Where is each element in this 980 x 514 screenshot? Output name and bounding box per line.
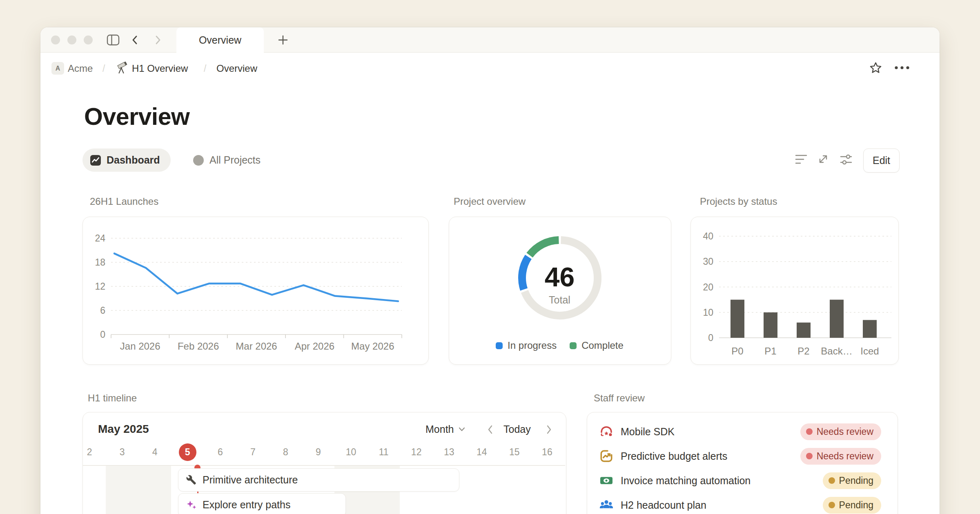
sidebar-toggle-button[interactable] bbox=[106, 33, 120, 47]
staff-row-title: Predictive budget alerts bbox=[621, 450, 800, 462]
status-dot bbox=[829, 477, 835, 484]
timeline-zoom-selector[interactable]: Month bbox=[425, 423, 465, 435]
breadcrumb-parent-page[interactable]: H1 Overview bbox=[132, 62, 188, 75]
status-badge-pending: Pending bbox=[823, 472, 881, 489]
staff-row-title: Invoice matching automation bbox=[621, 475, 823, 487]
timeline-day[interactable]: 9 bbox=[302, 443, 334, 461]
filter-button[interactable] bbox=[795, 154, 808, 165]
wrench-icon bbox=[186, 474, 197, 485]
svg-text:Jan 2026: Jan 2026 bbox=[120, 341, 160, 352]
timeline-prev-button[interactable] bbox=[486, 424, 494, 435]
page-title: Overview bbox=[84, 103, 189, 131]
settings-sliders-button[interactable] bbox=[840, 153, 853, 166]
svg-text:0: 0 bbox=[708, 332, 713, 343]
timeline-day[interactable]: 3 bbox=[106, 443, 138, 461]
chart-label-launches: 26H1 Launches bbox=[90, 196, 158, 207]
timeline-day[interactable]: 4 bbox=[138, 443, 171, 461]
window-zoom-button[interactable] bbox=[84, 35, 93, 44]
edit-button[interactable]: Edit bbox=[863, 148, 900, 173]
people-icon bbox=[599, 498, 614, 512]
timeline-day[interactable]: 2 bbox=[73, 443, 106, 461]
svg-text:40: 40 bbox=[703, 231, 713, 241]
chart-label-project-overview: Project overview bbox=[454, 196, 526, 207]
timeline-day[interactable]: 10 bbox=[335, 443, 368, 461]
breadcrumb-workspace[interactable]: Acme bbox=[68, 62, 93, 75]
timeline-day[interactable]: 16 bbox=[531, 443, 564, 461]
status-dot bbox=[806, 453, 813, 459]
breadcrumb-separator: / bbox=[204, 62, 206, 75]
timeline-month-title: May 2025 bbox=[98, 423, 149, 436]
timeline-task-primitive-architecture[interactable]: Primitive architecture bbox=[178, 468, 459, 492]
svg-text:Apr 2026: Apr 2026 bbox=[295, 341, 334, 352]
staff-row-h2-headcount-plan[interactable]: H2 headcount plan Pending bbox=[587, 493, 898, 514]
collection-dot-icon bbox=[193, 155, 204, 166]
svg-text:30: 30 bbox=[703, 256, 713, 267]
chevron-right-icon bbox=[545, 424, 553, 435]
timeline-task-explore-entry-paths[interactable]: Explore entry paths bbox=[178, 493, 346, 514]
svg-text:6: 6 bbox=[100, 305, 105, 316]
tab-title: Overview bbox=[199, 34, 241, 46]
tab-overview[interactable]: Overview bbox=[176, 27, 264, 53]
new-tab-button[interactable] bbox=[277, 34, 289, 46]
projects-by-status-bar-chart: 010203040P0P1P2Back…Iced bbox=[690, 217, 898, 364]
timeline-today-button[interactable]: Today bbox=[503, 423, 531, 435]
staff-row-predictive-budget-alerts[interactable]: Predictive budget alerts Needs review bbox=[587, 444, 898, 468]
window-minimize-button[interactable] bbox=[67, 35, 76, 44]
staff-review-card: Mobile SDK Needs review Predictive budge… bbox=[587, 412, 898, 514]
timeline-day-active[interactable]: 5 bbox=[171, 443, 204, 461]
timeline-day[interactable]: 15 bbox=[498, 443, 531, 461]
timeline-day[interactable]: 13 bbox=[433, 443, 466, 461]
legend-swatch-blue bbox=[496, 342, 503, 349]
plus-icon bbox=[277, 34, 289, 46]
status-badge-needs-review: Needs review bbox=[800, 448, 881, 465]
svg-text:Back…: Back… bbox=[821, 346, 852, 357]
nav-forward-button[interactable] bbox=[152, 35, 163, 45]
window-close-button[interactable] bbox=[51, 35, 60, 44]
favorite-button[interactable] bbox=[869, 61, 882, 75]
task-title: Explore entry paths bbox=[203, 499, 290, 511]
timeline-day[interactable]: 8 bbox=[269, 443, 302, 461]
sliders-icon bbox=[840, 153, 853, 166]
svg-text:Mar 2026: Mar 2026 bbox=[236, 341, 277, 352]
status-dot bbox=[829, 502, 835, 508]
status-badge-pending: Pending bbox=[823, 497, 881, 514]
sparkles-icon bbox=[186, 499, 197, 510]
section-label-staff-review: Staff review bbox=[594, 392, 645, 404]
view-tab-all-projects[interactable]: All Projects bbox=[189, 148, 265, 172]
timeline-day[interactable]: 14 bbox=[466, 443, 498, 461]
svg-text:18: 18 bbox=[95, 257, 105, 268]
chevron-right-icon bbox=[152, 35, 163, 45]
timeline-next-button[interactable] bbox=[545, 424, 553, 435]
more-options-button[interactable] bbox=[894, 66, 911, 70]
staff-row-invoice-matching-automation[interactable]: Invoice matching automation Pending bbox=[587, 468, 898, 493]
sidebar-toggle-icon bbox=[106, 33, 120, 47]
breadcrumb-current-page[interactable]: Overview bbox=[216, 62, 257, 75]
svg-text:P1: P1 bbox=[764, 346, 776, 357]
ellipsis-icon bbox=[894, 66, 911, 70]
expand-button[interactable] bbox=[817, 153, 830, 166]
section-label-timeline: H1 timeline bbox=[88, 392, 137, 404]
timeline-day[interactable]: 7 bbox=[236, 443, 269, 461]
timeline-day[interactable]: 12 bbox=[400, 443, 433, 461]
svg-text:Feb 2026: Feb 2026 bbox=[178, 341, 219, 352]
launches-line-chart: 06121824Jan 2026Feb 2026Mar 2026Apr 2026… bbox=[90, 222, 421, 359]
staff-row-title: Mobile SDK bbox=[621, 426, 800, 438]
donut-total-caption: Total bbox=[449, 294, 670, 306]
expand-arrows-icon bbox=[817, 153, 830, 166]
timeline-day[interactable]: 11 bbox=[368, 443, 400, 461]
timeline-day[interactable]: 6 bbox=[204, 443, 236, 461]
desktop: Overview A Acme / H1 Overview / Overview bbox=[0, 0, 980, 514]
view-tab-dashboard[interactable]: Dashboard bbox=[82, 148, 171, 172]
view-tab-label: All Projects bbox=[209, 154, 261, 166]
workspace-avatar[interactable]: A bbox=[51, 62, 64, 75]
svg-text:Iced: Iced bbox=[860, 346, 879, 357]
breadcrumb-separator: / bbox=[102, 62, 105, 75]
legend-complete: Complete bbox=[570, 340, 624, 351]
chevron-left-icon bbox=[486, 424, 494, 435]
donut-legend: In progress Complete bbox=[449, 340, 670, 351]
nav-back-button[interactable] bbox=[130, 35, 140, 45]
carousel-icon bbox=[599, 424, 614, 439]
staff-row-mobile-sdk[interactable]: Mobile SDK Needs review bbox=[587, 419, 898, 444]
status-dot bbox=[806, 428, 813, 435]
legend-in-progress: In progress bbox=[496, 340, 557, 351]
